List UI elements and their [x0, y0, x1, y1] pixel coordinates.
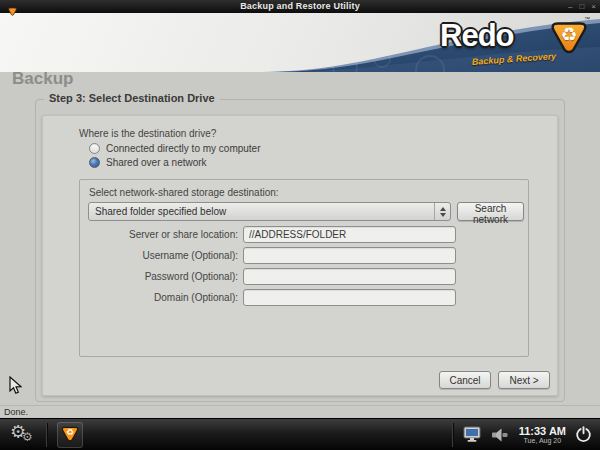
taskbar-clock[interactable]: 11:33 AM Tue, Aug 20: [519, 425, 566, 445]
password-input[interactable]: [243, 268, 456, 285]
content-panel: Where is the destination drive? Connecte…: [42, 115, 558, 396]
radio-option-direct[interactable]: Connected directly to my computer: [89, 143, 261, 154]
clock-time: 11:33 AM: [519, 425, 566, 437]
radio-button-selected[interactable]: [89, 157, 100, 168]
redo-shield-icon: ♻: [61, 424, 79, 446]
close-button[interactable]: ×: [591, 0, 596, 13]
taskbar: ⚙ ⚙ ♻: [0, 418, 600, 450]
step-title: Step 3: Select Destination Drive: [44, 92, 220, 104]
window-title: Backup and Restore Utility: [0, 0, 600, 13]
window-app-icon: [8, 2, 17, 20]
chevron-up-icon: [440, 207, 446, 211]
server-location-label: Server or share location:: [80, 229, 238, 240]
radio-option-network[interactable]: Shared over a network: [89, 157, 207, 168]
search-network-button[interactable]: Search network: [457, 202, 524, 221]
taskbar-separator: [46, 423, 47, 447]
chevron-down-icon: [440, 213, 446, 217]
header-banner: Redo ™ ♻ Backup & Recovery: [0, 13, 600, 72]
server-location-input[interactable]: [243, 226, 456, 243]
maximize-button[interactable]: □: [579, 0, 584, 13]
username-label: Username (Optional):: [80, 250, 238, 261]
volume-speaker-icon[interactable]: [491, 427, 510, 443]
display-network-icon[interactable]: [462, 426, 482, 443]
window-body: Backup Step 3: Select Destination Drive …: [0, 72, 600, 405]
network-storage-groupbox: Select network-shared storage destinatio…: [79, 179, 529, 357]
step-groupbox: Step 3: Select Destination Drive Where i…: [35, 99, 565, 402]
titlebar: Backup and Restore Utility – □ ×: [0, 0, 600, 13]
radio-label: Shared over a network: [106, 157, 207, 168]
radio-label: Connected directly to my computer: [106, 143, 261, 154]
redo-logo: Redo ™ ♻ Backup & Recovery: [440, 14, 590, 72]
password-label: Password (Optional):: [80, 271, 238, 282]
action-buttons: Cancel Next >: [439, 371, 550, 389]
password-row: Password (Optional):: [80, 268, 520, 285]
username-input[interactable]: [243, 247, 456, 264]
clock-date: Tue, Aug 20: [519, 437, 566, 445]
page-title: Backup: [12, 69, 73, 89]
domain-input[interactable]: [243, 289, 456, 306]
system-menu-gears-icon[interactable]: ⚙ ⚙: [10, 422, 40, 448]
mouse-cursor: [9, 376, 22, 399]
next-button[interactable]: Next >: [498, 371, 550, 389]
power-button-icon[interactable]: [575, 426, 592, 443]
radio-button-unselected[interactable]: [89, 143, 100, 154]
network-destination-select[interactable]: Shared folder specified below: [88, 202, 451, 221]
domain-label: Domain (Optional):: [80, 292, 238, 303]
redo-logo-wordmark: Redo: [440, 18, 514, 54]
taskbar-redo-app-button[interactable]: ♻: [57, 422, 83, 448]
recycle-icon: ♻: [560, 23, 577, 46]
domain-row: Domain (Optional):: [80, 289, 520, 306]
combo-spinner-icon: [434, 203, 450, 220]
status-text: Done.: [4, 407, 28, 417]
network-destination-label: Select network-shared storage destinatio…: [89, 187, 279, 198]
destination-question-label: Where is the destination drive?: [79, 128, 216, 139]
minimize-button[interactable]: –: [568, 0, 572, 13]
select-value: Shared folder specified below: [89, 206, 434, 217]
username-row: Username (Optional):: [80, 247, 520, 264]
tray-separator: [452, 423, 453, 447]
status-bar: Done.: [0, 405, 600, 418]
cancel-button[interactable]: Cancel: [439, 371, 491, 389]
server-location-row: Server or share location:: [80, 226, 520, 243]
